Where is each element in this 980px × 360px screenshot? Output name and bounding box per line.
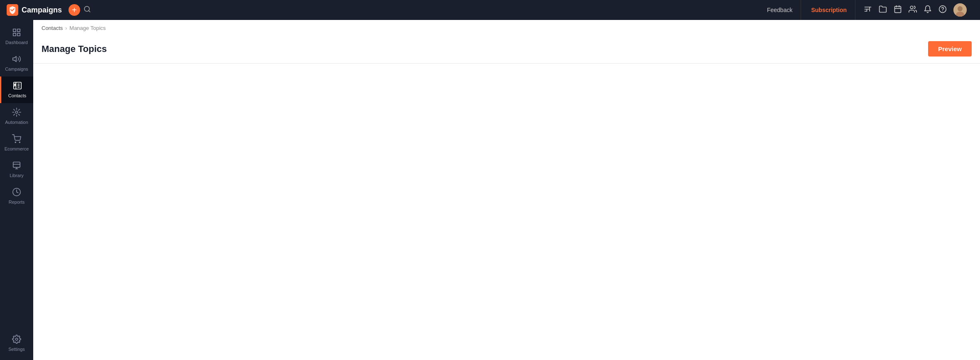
users-icon[interactable] — [909, 5, 917, 15]
sidebar-label-automation: Automation — [5, 120, 28, 125]
main-content — [33, 64, 980, 360]
sidebar-label-campaigns: Campaigns — [5, 67, 28, 72]
svg-point-16 — [958, 6, 963, 11]
sidebar-label-dashboard: Dashboard — [5, 40, 28, 45]
svg-rect-8 — [895, 6, 901, 12]
breadcrumb-current: Manage Topics — [69, 25, 105, 31]
sidebar-item-contacts[interactable]: Contacts — [0, 76, 33, 103]
list-filter-icon[interactable] — [864, 5, 872, 15]
content-area: Contacts › Manage Topics Manage Topics P… — [33, 20, 980, 360]
sidebar-item-dashboard[interactable]: Dashboard — [0, 23, 33, 50]
main-layout: Dashboard Campaigns — [0, 20, 980, 360]
svg-point-12 — [910, 6, 913, 9]
svg-point-27 — [15, 142, 16, 143]
contacts-icon — [13, 81, 22, 91]
top-nav-icons — [857, 3, 973, 17]
breadcrumb: Contacts › Manage Topics — [33, 20, 980, 36]
svg-line-2 — [89, 10, 90, 12]
top-nav-right: Feedback Subscription — [759, 0, 973, 20]
sidebar-item-library[interactable]: Library — [0, 156, 33, 183]
svg-rect-20 — [13, 33, 16, 36]
svg-rect-21 — [17, 33, 20, 36]
library-icon — [12, 161, 21, 171]
svg-point-28 — [19, 142, 20, 143]
campaigns-icon — [12, 54, 21, 65]
sidebar-item-campaigns[interactable]: Campaigns — [0, 50, 33, 76]
sidebar-label-settings: Settings — [8, 347, 25, 352]
sidebar-item-settings[interactable]: Settings — [0, 330, 33, 357]
ecommerce-icon — [12, 134, 21, 145]
bell-icon[interactable] — [924, 5, 932, 15]
sidebar-label-library: Library — [10, 173, 24, 178]
reports-icon — [12, 187, 21, 198]
page-title: Manage Topics — [42, 44, 107, 54]
svg-point-25 — [14, 84, 15, 85]
subscription-button[interactable]: Subscription — [803, 0, 855, 20]
help-icon[interactable] — [938, 5, 947, 15]
preview-button[interactable]: Preview — [928, 41, 972, 57]
top-nav: Campaigns + Feedback Subscription — [0, 0, 980, 20]
sidebar-label-reports: Reports — [9, 200, 25, 205]
avatar[interactable] — [953, 3, 967, 17]
svg-marker-22 — [13, 56, 16, 62]
app-logo[interactable]: Campaigns — [7, 4, 62, 16]
sidebar-item-ecommerce[interactable]: Ecommerce — [0, 130, 33, 156]
sidebar-label-contacts: Contacts — [8, 93, 26, 99]
automation-icon — [12, 108, 21, 118]
sidebar-item-automation[interactable]: Automation — [0, 103, 33, 130]
calendar-icon[interactable] — [894, 5, 902, 15]
sidebar-bottom: Settings — [0, 330, 33, 357]
sidebar-label-ecommerce: Ecommerce — [5, 146, 29, 152]
search-icon[interactable] — [83, 5, 759, 15]
settings-icon — [12, 335, 21, 345]
folder-icon[interactable] — [879, 5, 887, 15]
add-button[interactable]: + — [69, 4, 80, 16]
svg-rect-29 — [13, 162, 20, 168]
feedback-button[interactable]: Feedback — [759, 0, 801, 20]
svg-rect-18 — [13, 29, 16, 32]
sidebar-item-reports[interactable]: Reports — [0, 183, 33, 210]
dashboard-icon — [12, 28, 21, 38]
svg-point-26 — [15, 111, 18, 113]
breadcrumb-parent[interactable]: Contacts — [42, 25, 63, 31]
svg-point-31 — [15, 338, 18, 340]
page-header: Manage Topics Preview — [33, 36, 980, 64]
svg-rect-19 — [17, 29, 20, 32]
app-title: Campaigns — [22, 6, 62, 15]
breadcrumb-separator: › — [65, 25, 67, 31]
sidebar: Dashboard Campaigns — [0, 20, 33, 360]
